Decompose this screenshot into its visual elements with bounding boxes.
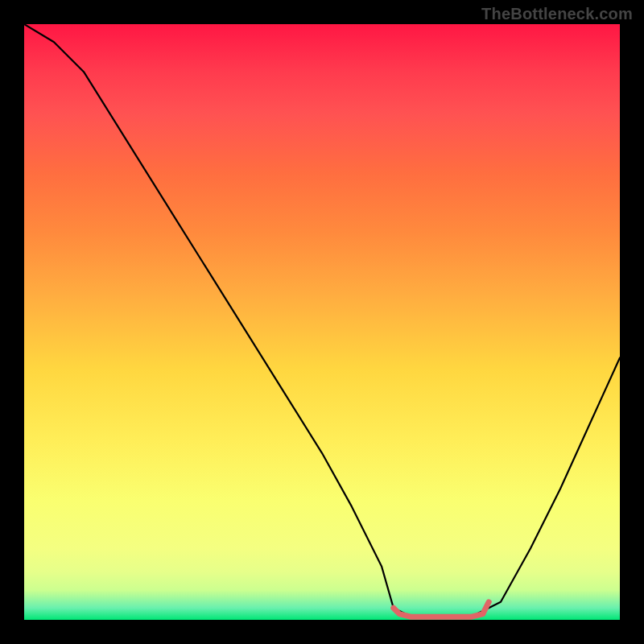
optimal-range-path <box>394 602 489 617</box>
bottleneck-curve-path <box>24 24 620 617</box>
watermark-text: TheBottleneck.com <box>481 5 633 23</box>
chart-svg <box>24 24 620 620</box>
